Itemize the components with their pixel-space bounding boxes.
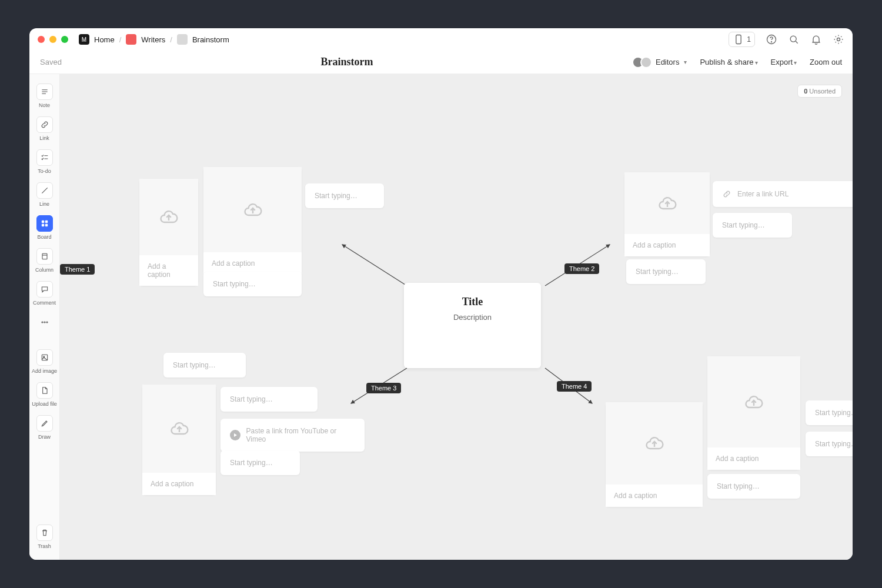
phone-icon xyxy=(733,34,744,45)
image-card[interactable]: Add a caption xyxy=(139,179,198,286)
cloud-upload-icon xyxy=(743,392,764,413)
save-status: Saved xyxy=(40,58,62,66)
breadcrumb-writers[interactable]: Writers xyxy=(141,35,165,44)
settings-icon[interactable] xyxy=(833,34,844,45)
svg-point-4 xyxy=(837,38,840,41)
tool-upload-file[interactable]: Upload file xyxy=(32,379,58,412)
text-card[interactable]: Start typing… xyxy=(305,183,384,208)
close-window-button[interactable] xyxy=(38,36,45,43)
svg-rect-9 xyxy=(42,253,47,259)
help-icon[interactable] xyxy=(766,34,777,45)
bell-icon[interactable] xyxy=(810,34,822,45)
cloud-upload-icon xyxy=(242,199,263,220)
folder-icon xyxy=(126,34,136,45)
tool-sidebar: Note Link To-do Line Board Column Commen… xyxy=(29,74,60,560)
text-card[interactable]: Start typing… xyxy=(707,474,800,499)
link-icon xyxy=(722,189,731,199)
breadcrumb-current[interactable]: Brainstorm xyxy=(192,35,229,44)
center-description[interactable]: Description xyxy=(416,313,529,322)
tool-trash[interactable]: Trash xyxy=(32,521,58,554)
svg-line-15 xyxy=(342,245,407,286)
app-logo-icon: M xyxy=(79,34,89,45)
board-canvas[interactable]: 0Unsorted Theme 1 Theme 2 Theme 3 Theme … xyxy=(60,74,853,560)
fullscreen-window-button[interactable] xyxy=(61,36,68,43)
viewer-count: 1 xyxy=(747,35,751,44)
theme-label-2[interactable]: Theme 2 xyxy=(564,263,599,274)
app-window: M Home / Writers / Brainstorm 1 Saved Br… xyxy=(29,28,853,560)
image-card[interactable]: Add a caption xyxy=(606,402,703,507)
image-card[interactable]: Add a caption xyxy=(624,172,710,256)
theme-label-1[interactable]: Theme 1 xyxy=(60,264,95,275)
svg-point-11 xyxy=(44,322,45,323)
tool-add-image[interactable]: Add image xyxy=(32,346,58,379)
text-card[interactable]: Start typing… xyxy=(626,259,706,284)
caption-input[interactable]: Add a caption xyxy=(624,234,710,256)
caption-input[interactable]: Add a caption xyxy=(139,255,198,286)
tool-line[interactable]: Line xyxy=(32,179,58,212)
breadcrumb-sep: / xyxy=(119,35,122,44)
document-title[interactable]: Brainstorm xyxy=(62,56,632,68)
cloud-upload-icon xyxy=(158,206,179,228)
text-card[interactable]: Start typing… xyxy=(163,353,246,377)
text-card[interactable]: Start typing… xyxy=(806,432,853,456)
tool-comment[interactable]: Comment xyxy=(32,278,58,310)
tool-more[interactable] xyxy=(32,310,58,338)
caption-input[interactable]: Add a caption xyxy=(707,447,800,470)
svg-point-10 xyxy=(41,322,42,323)
search-icon[interactable] xyxy=(788,34,800,45)
text-card[interactable]: Start typing… xyxy=(806,400,853,425)
text-card[interactable]: Start typing… xyxy=(203,272,302,296)
tool-note[interactable]: Note xyxy=(32,80,58,113)
video-card[interactable]: Paste a link from YouTube or Vimeo xyxy=(220,419,365,452)
cloud-upload-icon xyxy=(169,418,190,439)
cloud-upload-icon xyxy=(657,193,678,214)
svg-rect-8 xyxy=(45,224,47,226)
center-title[interactable]: Title xyxy=(416,296,529,308)
caption-input[interactable]: Add a caption xyxy=(606,485,703,507)
text-card[interactable]: Start typing… xyxy=(220,387,318,412)
tool-column[interactable]: Column xyxy=(32,245,58,278)
link-card[interactable]: Enter a link URL xyxy=(713,181,853,207)
image-card[interactable]: Add a caption xyxy=(203,167,302,275)
window-controls xyxy=(38,36,68,43)
viewer-count-pill[interactable]: 1 xyxy=(729,32,755,47)
svg-rect-7 xyxy=(42,224,44,226)
caption-input[interactable]: Add a caption xyxy=(142,473,216,495)
tool-link[interactable]: Link xyxy=(32,113,58,146)
cloud-upload-icon xyxy=(644,433,665,454)
image-card[interactable]: Add a caption xyxy=(707,356,800,470)
doc-icon xyxy=(177,34,188,45)
breadcrumb-sep: / xyxy=(170,35,172,44)
svg-point-2 xyxy=(771,42,772,42)
theme-label-3[interactable]: Theme 3 xyxy=(366,383,401,393)
avatar xyxy=(640,56,652,68)
center-node[interactable]: Title Description xyxy=(404,283,541,368)
editors-dropdown[interactable]: Editors▾ xyxy=(632,56,687,68)
svg-rect-5 xyxy=(42,220,44,222)
svg-rect-0 xyxy=(736,35,741,44)
export-dropdown[interactable]: Export▾ xyxy=(771,58,797,66)
svg-point-3 xyxy=(790,36,796,42)
publish-share-dropdown[interactable]: Publish & share▾ xyxy=(700,58,757,66)
titlebar: M Home / Writers / Brainstorm 1 xyxy=(29,28,853,51)
text-card[interactable]: Start typing… xyxy=(220,450,300,475)
zoom-out-button[interactable]: Zoom out xyxy=(810,58,842,66)
tool-board[interactable]: Board xyxy=(32,212,58,245)
minimize-window-button[interactable] xyxy=(49,36,56,43)
tool-draw[interactable]: Draw xyxy=(32,412,58,445)
svg-rect-6 xyxy=(45,220,47,222)
document-bar: Saved Brainstorm Editors▾ Publish & shar… xyxy=(29,51,853,74)
unsorted-badge[interactable]: 0Unsorted xyxy=(797,85,842,98)
image-card[interactable]: Add a caption xyxy=(142,385,216,495)
play-icon xyxy=(230,430,240,440)
breadcrumb-home[interactable]: Home xyxy=(94,35,115,44)
svg-point-12 xyxy=(46,322,47,323)
theme-label-4[interactable]: Theme 4 xyxy=(557,381,592,392)
text-card[interactable]: Start typing… xyxy=(713,213,792,238)
tool-todo[interactable]: To-do xyxy=(32,146,58,179)
